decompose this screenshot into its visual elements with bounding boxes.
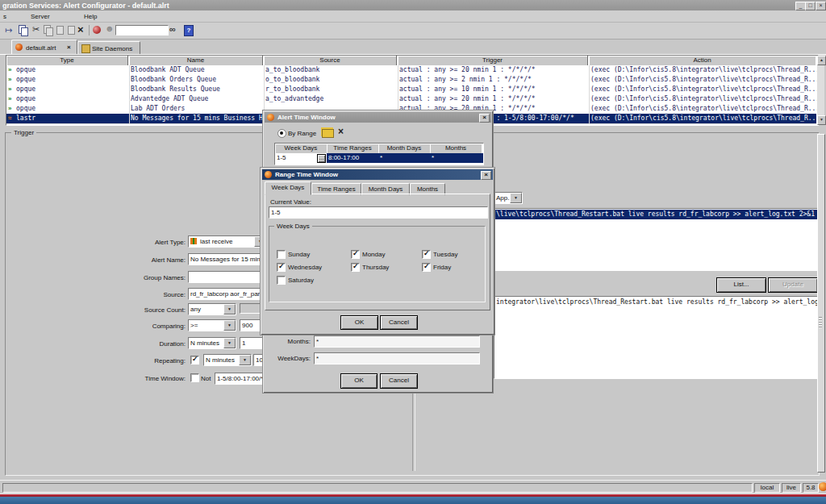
checkbox-monday[interactable]: ✓ Monday bbox=[351, 250, 419, 259]
alert-time-window-titlebar[interactable]: Alert Time Window × bbox=[265, 112, 491, 123]
delete-icon[interactable]: × bbox=[77, 23, 84, 35]
alarm-icon[interactable] bbox=[93, 26, 101, 34]
help-book-icon[interactable]: ? bbox=[184, 25, 194, 36]
range-time-window-titlebar[interactable]: Range Time Window × bbox=[262, 169, 493, 180]
find-input[interactable] bbox=[115, 25, 169, 35]
comparing-dropdown[interactable]: >= ▼ bbox=[188, 319, 236, 331]
cut-icon[interactable]: ✂ bbox=[32, 24, 40, 35]
chevron-down-icon[interactable]: ▼ bbox=[510, 193, 522, 203]
right-splitter-strip[interactable] bbox=[817, 134, 825, 473]
source-field[interactable]: rd_fr_labcorp aor_fr_paragon bbox=[188, 288, 269, 300]
grid-cell-week-days[interactable]: 1-5 ... bbox=[275, 153, 327, 163]
export-icon[interactable] bbox=[66, 25, 77, 35]
ok-button[interactable]: OK bbox=[340, 373, 378, 389]
checkbox-friday[interactable]: ✓ Friday bbox=[422, 263, 486, 272]
cancel-button[interactable]: Cancel bbox=[380, 373, 418, 389]
menu-item-server[interactable]: Server bbox=[31, 13, 50, 20]
scroll-up-icon[interactable]: ▲ bbox=[817, 56, 826, 65]
duration-label: Duration: bbox=[105, 340, 186, 348]
toolbar: ↦ ✂ × ☻ ∞ ? bbox=[0, 23, 826, 40]
grid-cell-month-days[interactable]: * bbox=[378, 153, 430, 163]
weekdays-field[interactable]: * bbox=[314, 352, 480, 364]
repeating-value: N minutes bbox=[204, 355, 236, 365]
close-button[interactable]: × bbox=[816, 2, 826, 10]
list-button[interactable]: List... bbox=[716, 277, 766, 293]
cancel-button[interactable]: Cancel bbox=[380, 315, 418, 330]
link-icon[interactable]: ↦ bbox=[5, 25, 12, 35]
title-bar: gration Services: Alert Configurator - d… bbox=[0, 0, 826, 10]
time-window-not-checkbox[interactable] bbox=[190, 373, 199, 382]
ok-button[interactable]: OK bbox=[340, 315, 378, 330]
taskbar[interactable] bbox=[0, 497, 826, 504]
alert-file-icon bbox=[15, 44, 23, 51]
tab-week-days[interactable]: Week Days bbox=[265, 181, 311, 195]
toolbar-separator bbox=[89, 25, 90, 35]
alert-type-label: Alert Type: bbox=[105, 239, 186, 246]
opque-icon: » bbox=[8, 65, 16, 75]
checkbox-saturday[interactable]: Saturday bbox=[277, 276, 345, 285]
tab-close-icon[interactable]: × bbox=[67, 44, 71, 51]
checkbox-sunday[interactable]: Sunday bbox=[277, 250, 345, 259]
source-count-label: Source Count: bbox=[105, 306, 186, 314]
user-icon[interactable]: ☻ bbox=[105, 23, 115, 33]
months-field[interactable]: * bbox=[314, 335, 480, 348]
checkbox-thursday[interactable]: ✓ Thursday bbox=[351, 263, 419, 272]
app-dropdown[interactable]: App... ▼ bbox=[494, 192, 523, 204]
new-folder-icon[interactable] bbox=[322, 129, 334, 138]
close-icon[interactable]: × bbox=[481, 171, 491, 180]
status-message-cell bbox=[2, 483, 753, 493]
duration-value: N minutes bbox=[189, 338, 221, 348]
checkbox-wednesday[interactable]: ✓ Wednesday bbox=[277, 263, 345, 272]
comparing-label: Comparing: bbox=[105, 323, 186, 330]
chevron-down-icon[interactable]: ▼ bbox=[239, 355, 251, 365]
paste-icon[interactable] bbox=[44, 25, 54, 35]
ellipsis-button[interactable]: ... bbox=[317, 154, 326, 163]
maximize-button[interactable]: □ bbox=[805, 2, 816, 10]
lastr-icon: ≈ bbox=[8, 114, 16, 123]
command-text: integrator\live\tclprocs\Thread_Restart.… bbox=[496, 298, 822, 306]
duration-dropdown[interactable]: N minutes ▼ bbox=[188, 337, 236, 349]
find-binoculars-icon[interactable]: ∞ bbox=[169, 24, 176, 34]
status-bar: local live 5.8 bbox=[0, 480, 826, 494]
grid-cell-time-ranges[interactable]: 8:00-17:00 bbox=[327, 153, 378, 163]
status-cell-live: live bbox=[782, 483, 801, 493]
alert-type-dropdown[interactable]: last receive ▼ bbox=[188, 235, 267, 248]
months-label: Months: bbox=[270, 338, 311, 345]
delete-range-icon[interactable]: × bbox=[338, 126, 344, 137]
command-text-area[interactable]: integrator\live\tclprocs\Thread_Restart.… bbox=[494, 296, 822, 379]
tab-label: default.alrt bbox=[26, 44, 56, 52]
dialog-icon bbox=[267, 114, 274, 121]
document-tab-bar: default.alrt × Site Daemons bbox=[0, 39, 826, 55]
scroll-down-icon[interactable]: ▼ bbox=[817, 115, 826, 125]
update-button[interactable]: Update bbox=[768, 277, 818, 293]
group-names-field[interactable] bbox=[188, 271, 269, 283]
chevron-down-icon[interactable]: ▼ bbox=[223, 304, 236, 314]
menu-item-help[interactable]: Help bbox=[84, 13, 97, 20]
repeating-dropdown[interactable]: N minutes ▼ bbox=[203, 354, 252, 366]
copy-icon[interactable] bbox=[19, 25, 29, 35]
table-scrollbar[interactable]: ▲ ▼ bbox=[817, 56, 824, 123]
action-list-box[interactable]: \live\tclprocs\Thread_Restart.bat live r… bbox=[494, 208, 819, 271]
close-icon[interactable]: × bbox=[479, 114, 490, 123]
time-ranges-grid: Week Days Time Ranges Month Days Months … bbox=[274, 143, 484, 165]
checkbox-tuesday[interactable]: ✓ Tuesday bbox=[422, 250, 486, 259]
chevron-down-icon[interactable]: ▼ bbox=[223, 320, 236, 331]
current-value-field[interactable]: 1-5 bbox=[269, 206, 488, 219]
dialog-title: Alert Time Window bbox=[277, 114, 336, 121]
splitter-grip-icon[interactable] bbox=[819, 317, 822, 328]
action-list-item-selected[interactable]: \live\tclprocs\Thread_Restart.bat live r… bbox=[494, 210, 818, 219]
by-range-label: By Range bbox=[288, 130, 316, 137]
alert-name-field[interactable]: No Messages for 15 mins Business Hours bbox=[188, 253, 269, 265]
status-cell-version: 5.8 bbox=[803, 483, 819, 493]
repeating-checkbox[interactable]: ✓ bbox=[190, 356, 199, 364]
status-brand-icon bbox=[819, 482, 826, 491]
menu-item-fragment[interactable]: s bbox=[3, 13, 6, 20]
by-range-radio[interactable] bbox=[277, 129, 286, 138]
import-icon[interactable] bbox=[55, 25, 65, 35]
grid-cell-months[interactable]: * bbox=[430, 153, 483, 163]
source-count-dropdown[interactable]: any ▼ bbox=[188, 303, 236, 315]
tab-default-alrt[interactable]: default.alrt × bbox=[11, 40, 77, 56]
chevron-down-icon[interactable]: ▼ bbox=[223, 338, 236, 348]
source-label: Source: bbox=[105, 291, 186, 298]
alert-type-icon bbox=[190, 238, 197, 244]
